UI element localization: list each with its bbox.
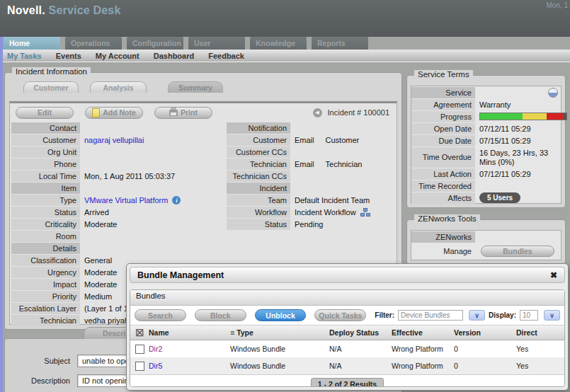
bundle-management-dialog: Bundle Management ✖ Bundles Search Block… [126, 263, 569, 391]
block-button[interactable]: Block [195, 309, 246, 321]
subnav-dashboard[interactable]: Dashboard [154, 52, 194, 60]
section-notification: Notification [227, 122, 290, 134]
search-button[interactable]: Search [135, 309, 186, 321]
field-label: Room [11, 231, 80, 242]
field-label: Local Time [11, 171, 80, 182]
info-icon[interactable]: i [172, 196, 181, 204]
customer-link[interactable]: nagaraj vellupillai [80, 136, 144, 144]
field-label: Agreement [411, 99, 475, 110]
table-row: Dir2 Windows Bundle N/A Wrong Platform 0… [130, 340, 564, 357]
field-label: Org Unit [11, 146, 80, 158]
field-label: Urgency [11, 267, 80, 278]
field-label: Time Overdue [411, 147, 475, 168]
item-type-link[interactable]: VMware Virtual Platform [84, 196, 168, 204]
select-all-icon[interactable]: ☒ [135, 329, 144, 337]
col-direct[interactable]: Direct [516, 328, 563, 337]
field-label: Due Date [411, 135, 475, 146]
nav-tab-reports[interactable]: Reports [312, 37, 368, 50]
row-checkbox[interactable] [135, 345, 144, 354]
clock-icon[interactable] [548, 88, 558, 98]
zenworks-body: ZENworks Manage Bundles [411, 230, 562, 260]
tab-summary[interactable]: Summary [168, 81, 223, 93]
subnav-events[interactable]: Events [56, 52, 81, 60]
dialog-title: Bundle Management [137, 270, 224, 280]
header-datetime: Mon, 1 A [547, 1, 570, 9]
field-label: Impact [11, 279, 80, 290]
col-type[interactable]: ≡Type [230, 328, 329, 337]
col-name[interactable]: Name [149, 328, 230, 337]
col-effective[interactable]: Effective [392, 328, 454, 337]
bundle-link[interactable]: Dir2 [149, 345, 230, 353]
section-item: Item [11, 183, 80, 194]
nav-tab-user[interactable]: User [188, 37, 245, 50]
bundles-section-title: Bundles [130, 290, 564, 306]
filter-select[interactable]: Device Bundles [398, 310, 463, 321]
results-count[interactable]: 1 - 2 of 2 Results [311, 378, 384, 388]
field-label: Affects [411, 192, 475, 204]
app-header: Novell. Service Desk Mon, 1 A [0, 0, 570, 37]
menu-icon: ≡ [230, 328, 234, 337]
progress-yellow [523, 113, 547, 120]
zenworks-tools-title: ZENworks Tools [414, 214, 480, 223]
incident-reference: ◀ Incident # 100001 [313, 108, 392, 117]
dialog-titlebar: Bundle Management ✖ [130, 267, 565, 283]
affects-users-badge[interactable]: 5 Users [479, 192, 520, 203]
chevron-down-icon[interactable]: ∨ [469, 310, 485, 321]
progress-marker [563, 113, 566, 120]
field-label: Status [11, 207, 80, 218]
primary-nav: Home Operations Configuration User Knowl… [4, 37, 368, 50]
col-version[interactable]: Version [454, 328, 516, 337]
field-label: Last Action [411, 168, 475, 180]
back-icon[interactable]: ◀ [313, 108, 322, 117]
edit-button[interactable]: Edit [16, 107, 74, 119]
secondary-nav: My Tasks Events My Account Dashboard Fee… [0, 50, 570, 62]
results-footer: 1 - 2 of 2 Results [130, 374, 564, 387]
nav-tab-configuration[interactable]: Configuration [127, 37, 183, 50]
field-label: Customer [227, 134, 290, 146]
quick-tasks-button[interactable]: Quick Tasks [314, 309, 366, 321]
bundle-link[interactable]: Dir5 [149, 362, 230, 370]
field-label: Technician CCs [227, 171, 290, 182]
tab-customer[interactable]: Customer [23, 81, 79, 93]
col-deploy-status[interactable]: Deploy Status [329, 328, 392, 337]
field-label: Escalation Layer [11, 303, 80, 314]
incident-number: Incident # 100001 [328, 108, 389, 117]
page-left-edge [0, 37, 3, 392]
row-checkbox[interactable] [135, 362, 144, 371]
print-button[interactable]: Print [154, 107, 212, 119]
field-label: Time Recorded [411, 180, 475, 192]
filter-controls: Filter: Device Bundles ∨ Display: 10 ∨ [375, 310, 560, 321]
chevron-down-icon[interactable]: ∨ [544, 310, 560, 321]
nav-tab-knowledge[interactable]: Knowledge [250, 37, 307, 50]
subnav-my-account[interactable]: My Account [96, 52, 139, 60]
nav-tab-home[interactable]: Home [4, 37, 60, 50]
bundles-button[interactable]: Bundles [481, 246, 554, 257]
field-label: Team [227, 195, 290, 206]
subject-label: Subject [5, 357, 77, 365]
progress-red [547, 113, 563, 120]
service-terms-title: Service Terms [414, 70, 473, 79]
nav-tab-operations[interactable]: Operations [65, 37, 122, 50]
zenworks-tools-panel: ZENworks Tools ZENworks Manage Bundles [406, 219, 566, 265]
subnav-feedback[interactable]: Feedback [208, 52, 244, 60]
filter-label: Filter: [375, 311, 394, 319]
brand-logo: Novell. Service Desk [7, 4, 121, 17]
tab-analysis[interactable]: Analysis [90, 81, 147, 93]
progress-bar [479, 113, 567, 120]
incident-tabs: Customer Analysis Summary [23, 81, 223, 93]
field-label: Workflow [227, 207, 290, 218]
field-label: Technician [11, 315, 80, 326]
field-label: Technician [227, 158, 290, 170]
add-note-button[interactable]: Add Note [85, 107, 143, 119]
workflow-icon[interactable] [360, 208, 370, 217]
bundles-toolbar: Search Block Unblock Quick Tasks Filter:… [130, 306, 564, 325]
section-incident: Incident [227, 183, 290, 194]
close-icon[interactable]: ✖ [550, 270, 557, 280]
subnav-my-tasks[interactable]: My Tasks [7, 52, 42, 60]
incident-toolbar: Edit Add Note Print ◀ Incident # 100001 [16, 106, 392, 119]
display-select[interactable]: 10 [520, 310, 538, 321]
unblock-button[interactable]: Unblock [255, 309, 307, 321]
display-label: Display: [489, 311, 516, 319]
field-label: Type [11, 195, 80, 206]
printer-icon [169, 110, 178, 116]
